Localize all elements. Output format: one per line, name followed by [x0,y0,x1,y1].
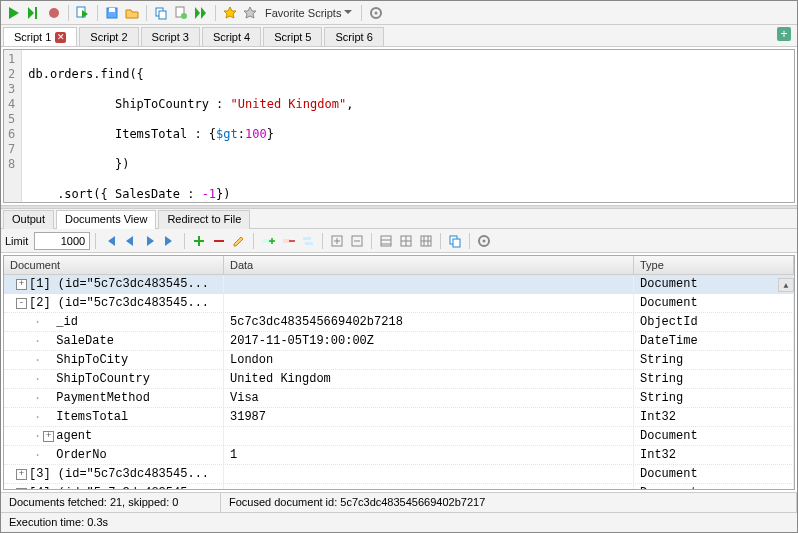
row-type: Document [634,275,794,293]
row-label: _id [56,315,78,329]
expand-toggle[interactable]: + [16,488,27,491]
row-data: 5c7c3dc483545669402b7218 [224,313,634,331]
row-type: String [634,370,794,388]
row-data: 2017-11-05T19:00:00Z [224,332,634,350]
next-page-icon[interactable] [141,232,159,250]
expand-toggle[interactable]: - [16,298,27,309]
last-page-icon[interactable] [161,232,179,250]
run-icon[interactable] [5,4,23,22]
table-row[interactable]: · OrderNo1Int32 [4,446,794,465]
expand-icon[interactable] [328,232,346,250]
grid-3-icon[interactable] [417,232,435,250]
table-row[interactable]: · _id5c7c3dc483545669402b7218ObjectId [4,313,794,332]
limit-input[interactable] [34,232,90,250]
duplicate-field-icon[interactable] [299,232,317,250]
row-label: ShipToCountry [56,372,150,386]
table-row[interactable]: · ShipToCountryUnited KingdomString [4,370,794,389]
grid-2-icon[interactable] [397,232,415,250]
tab-script-3[interactable]: Script 3 [141,27,200,46]
row-type: Document [634,294,794,312]
col-document[interactable]: Document [4,256,224,274]
table-row[interactable]: + [4] (id="5c7c3dc483545...Document [4,484,794,490]
row-data [224,427,634,445]
status-bar-exec: Execution time: 0.3s [1,512,797,532]
tab-output[interactable]: Output [3,210,54,229]
svg-rect-14 [305,242,313,245]
favorite-scripts-dropdown[interactable]: Favorite Scripts [261,7,356,19]
expand-toggle[interactable]: + [43,431,54,442]
row-label: ItemsTotal [56,410,128,424]
row-type: Document [634,484,794,490]
row-data [224,465,634,483]
expand-toggle[interactable]: + [16,279,27,290]
collapse-icon[interactable] [348,232,366,250]
scroll-up-icon[interactable]: ▲ [778,278,794,292]
expand-toggle[interactable]: + [16,469,27,480]
remove-doc-icon[interactable] [210,232,228,250]
row-label: [4] (id="5c7c3dc483545... [29,486,209,490]
row-type: Int32 [634,446,794,464]
run-script-icon[interactable] [74,4,92,22]
table-row[interactable]: · SaleDate2017-11-05T19:00:00ZDateTime [4,332,794,351]
svg-rect-13 [303,237,311,240]
table-row[interactable]: - [2] (id="5c7c3dc483545...Document [4,294,794,313]
run-all-icon[interactable] [192,4,210,22]
table-row[interactable]: ·+ agentDocument [4,427,794,446]
tab-script-5[interactable]: Script 5 [263,27,322,46]
row-data: 31987 [224,408,634,426]
table-row[interactable]: · PaymentMethodVisaString [4,389,794,408]
tab-script-6[interactable]: Script 6 [324,27,383,46]
table-row[interactable]: + [1] (id="5c7c3dc483545...Document [4,275,794,294]
main-toolbar: Favorite Scripts [1,1,797,25]
output-tabs: Output Documents View Redirect to File [1,209,797,229]
settings-icon[interactable] [475,232,493,250]
row-label: PaymentMethod [56,391,150,405]
row-label: SaleDate [56,334,114,348]
script-tabs: Script 1✕ Script 2 Script 3 Script 4 Scr… [1,25,797,47]
star-remove-icon[interactable] [241,4,259,22]
row-data [224,275,634,293]
table-row[interactable]: · ShipToCityLondonString [4,351,794,370]
copy-icon[interactable] [152,4,170,22]
documents-tree-grid[interactable]: Document Data Type ▲ + [1] (id="5c7c3dc4… [3,255,795,490]
tab-redirect-file[interactable]: Redirect to File [158,210,250,229]
open-icon[interactable] [123,4,141,22]
copy-results-icon[interactable] [446,232,464,250]
insert-field-icon[interactable] [259,232,277,250]
prev-page-icon[interactable] [121,232,139,250]
add-doc-icon[interactable] [190,232,208,250]
svg-rect-6 [159,11,166,19]
code-content[interactable]: db.orders.find({ ShipToCountry : "United… [22,50,794,202]
status-focused: Focused document id: 5c7c3dc483545669402… [221,493,797,512]
run-cursor-icon[interactable] [25,4,43,22]
row-type: DateTime [634,332,794,350]
svg-rect-21 [453,239,460,247]
stop-icon[interactable] [45,4,63,22]
grid-1-icon[interactable] [377,232,395,250]
add-tab-button[interactable]: + [777,27,791,41]
col-data[interactable]: Data [224,256,634,274]
save-icon[interactable] [103,4,121,22]
delete-field-icon[interactable] [279,232,297,250]
new-script-icon[interactable] [172,4,190,22]
code-editor[interactable]: 1 2 3 4 5 6 7 8 db.orders.find({ ShipToC… [3,49,795,203]
first-page-icon[interactable] [101,232,119,250]
close-icon[interactable]: ✕ [55,32,66,43]
table-row[interactable]: · ItemsTotal31987Int32 [4,408,794,427]
star-add-icon[interactable] [221,4,239,22]
svg-point-23 [483,239,486,242]
row-type: Document [634,427,794,445]
limit-label: Limit [5,235,28,247]
tab-script-4[interactable]: Script 4 [202,27,261,46]
svg-rect-4 [109,8,115,12]
col-type[interactable]: Type [634,256,794,274]
row-data: 1 [224,446,634,464]
table-row[interactable]: + [3] (id="5c7c3dc483545...Document [4,465,794,484]
tab-script-1[interactable]: Script 1✕ [3,27,77,46]
tab-script-2[interactable]: Script 2 [79,27,138,46]
tab-documents-view[interactable]: Documents View [56,210,156,229]
status-bar-results: Documents fetched: 21, skipped: 0 Focuse… [1,492,797,512]
gear-icon[interactable] [367,4,385,22]
edit-doc-icon[interactable] [230,232,248,250]
results-toolbar: Limit [1,229,797,253]
